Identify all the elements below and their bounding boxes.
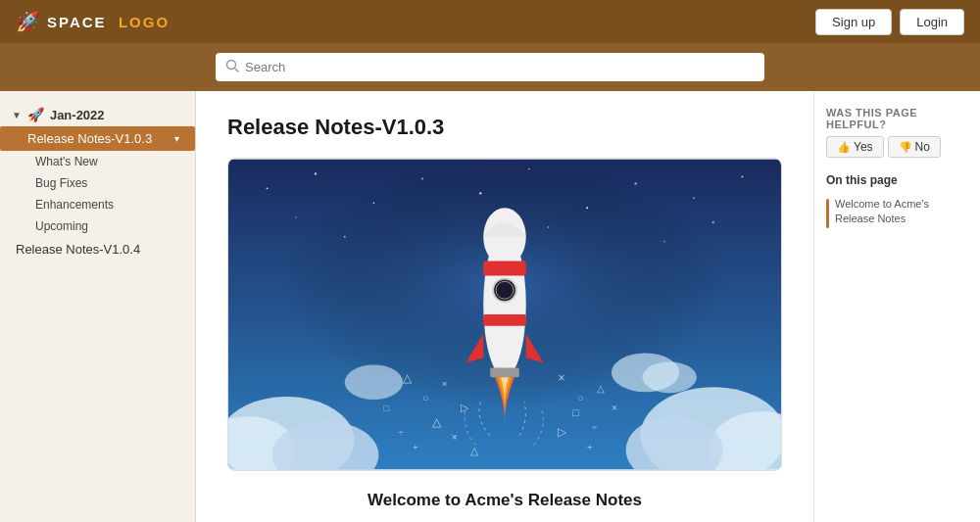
svg-point-9 (528, 168, 530, 170)
svg-text:△: △ (403, 371, 413, 385)
on-this-page-item: Welcome to Acme's Release Notes (826, 195, 968, 230)
svg-text:△: △ (432, 415, 442, 429)
svg-text:+: + (413, 442, 418, 452)
svg-text:△: △ (597, 383, 605, 394)
svg-point-17 (712, 221, 714, 223)
sidebar-item-release-notes-v104[interactable]: Release Notes-V1.0.4 (0, 237, 195, 261)
svg-point-7 (421, 177, 423, 179)
svg-text:×: × (442, 378, 448, 389)
login-button[interactable]: Login (900, 9, 964, 35)
svg-rect-34 (490, 367, 519, 377)
logo-text: SPACE LOGO (47, 14, 170, 30)
svg-point-4 (267, 187, 269, 189)
svg-point-12 (693, 197, 695, 199)
sidebar: ▼ 🚀 Jan-2022 Release Notes-V1.0.3 ▾ What… (0, 91, 196, 522)
helpful-buttons: 👍 Yes 👎 No (826, 136, 968, 158)
helpful-label: WAS THIS PAGE HELPFUL? (826, 107, 968, 130)
main-layout: ▼ 🚀 Jan-2022 Release Notes-V1.0.3 ▾ What… (0, 91, 980, 522)
svg-point-14 (295, 216, 297, 218)
right-panel: WAS THIS PAGE HELPFUL? 👍 Yes 👎 No On thi… (813, 91, 980, 522)
page-title: Release Notes-V1.0.3 (227, 115, 782, 140)
svg-point-27 (345, 364, 403, 400)
svg-text:×: × (612, 402, 617, 413)
sidebar-rocket-icon: 🚀 (27, 107, 44, 122)
svg-text:×: × (452, 431, 458, 443)
svg-point-15 (344, 236, 346, 238)
svg-text:□: □ (572, 406, 579, 418)
search-input-wrap (216, 53, 764, 81)
helpful-yes-button[interactable]: 👍 Yes (826, 136, 884, 158)
svg-point-5 (315, 172, 317, 174)
svg-point-26 (643, 361, 697, 393)
sidebar-subitem-bug-fixes[interactable]: Bug Fixes (0, 172, 195, 194)
search-icon (225, 59, 239, 75)
svg-point-18 (663, 241, 665, 243)
sidebar-subitem-whats-new[interactable]: What's New (0, 151, 195, 172)
svg-point-10 (586, 207, 588, 209)
thumbs-up-icon: 👍 (837, 141, 851, 154)
chevron-down-icon: ▼ (12, 110, 22, 120)
on-this-page-bar (826, 199, 829, 228)
thumbs-down-icon: 👎 (899, 141, 912, 154)
sidebar-item-release-notes-v103[interactable]: Release Notes-V1.0.3 ▾ (0, 126, 195, 151)
svg-text:+: + (587, 442, 593, 452)
helpful-no-button[interactable]: 👎 No (888, 136, 941, 158)
svg-text:×: × (558, 371, 564, 385)
sidebar-group-header[interactable]: ▼ 🚀 Jan-2022 (0, 103, 195, 126)
logo: 🚀 SPACE LOGO (16, 10, 170, 33)
signup-button[interactable]: Sign up (815, 9, 892, 35)
on-this-page-label: On this page (826, 173, 968, 187)
svg-text:÷: ÷ (398, 427, 404, 438)
svg-text:÷: ÷ (592, 422, 598, 433)
sidebar-subitem-upcoming[interactable]: Upcoming (0, 215, 195, 237)
content-area: Release Notes-V1.0.3 (196, 91, 813, 522)
on-this-page-link[interactable]: Welcome to Acme's Release Notes (835, 197, 968, 227)
nav-buttons: Sign up Login (815, 9, 964, 35)
svg-line-1 (235, 69, 239, 72)
svg-point-33 (496, 281, 514, 299)
svg-text:▷: ▷ (558, 425, 567, 439)
sidebar-group-label: Jan-2022 (50, 108, 105, 122)
rocket-image: △ ○ × ▷ □ △ ÷ × + △ × ○ △ □ ÷ ▷ × + (227, 158, 782, 471)
svg-point-6 (373, 202, 375, 204)
sidebar-dropdown-arrow-icon: ▾ (174, 133, 179, 144)
welcome-heading: Welcome to Acme's Release Notes (227, 491, 782, 510)
sidebar-subitem-enhancements[interactable]: Enhancements (0, 194, 195, 215)
svg-text:○: ○ (422, 392, 429, 403)
top-nav: 🚀 SPACE LOGO Sign up Login (0, 0, 980, 43)
svg-point-8 (479, 192, 481, 194)
svg-point-13 (741, 176, 743, 178)
svg-text:△: △ (470, 445, 479, 456)
svg-point-16 (548, 226, 550, 228)
search-input[interactable] (245, 60, 755, 74)
logo-rocket-icon: 🚀 (16, 10, 41, 33)
sidebar-item-label: Release Notes-V1.0.3 (27, 131, 152, 146)
svg-text:□: □ (383, 403, 389, 413)
svg-text:○: ○ (577, 392, 584, 403)
svg-point-11 (634, 182, 636, 184)
svg-rect-31 (483, 314, 526, 326)
svg-rect-30 (483, 261, 526, 276)
search-bar (0, 43, 980, 91)
